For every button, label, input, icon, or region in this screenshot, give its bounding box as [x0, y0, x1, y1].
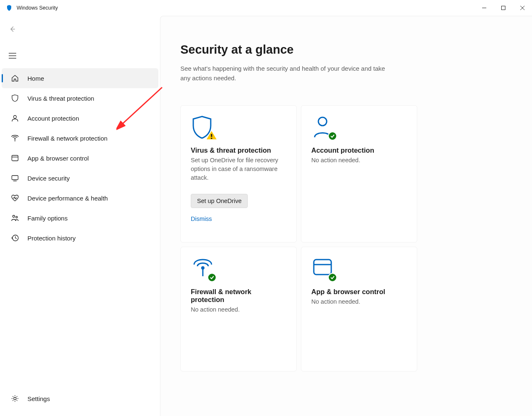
shield-icon — [11, 94, 19, 102]
sidebar-item-health[interactable]: Device performance & health — [2, 188, 158, 208]
device-icon — [11, 174, 19, 182]
shield-warning-icon — [191, 115, 215, 139]
card-virus-threat[interactable]: Virus & threat protection Set up OneDriv… — [180, 105, 297, 243]
sidebar-item-home[interactable]: Home — [2, 68, 158, 88]
browser-ok-icon — [311, 256, 335, 280]
sidebar-item-settings[interactable]: Settings — [2, 389, 158, 409]
sidebar: Home Virus & threat protection Account p… — [0, 16, 160, 416]
sidebar-item-label: Home — [27, 75, 44, 82]
card-body: Set up OneDrive for file recovery option… — [191, 156, 286, 182]
home-icon — [11, 74, 19, 82]
card-title: App & browser control — [311, 288, 407, 296]
sidebar-item-family[interactable]: Family options — [2, 208, 158, 228]
hamburger-menu-button[interactable] — [4, 47, 21, 64]
card-body: No action needed. — [311, 297, 407, 306]
app-shield-icon — [6, 5, 12, 11]
sidebar-item-history[interactable]: Protection history — [2, 228, 158, 248]
close-button[interactable] — [513, 0, 532, 15]
account-icon — [11, 114, 19, 122]
sidebar-item-label: App & browser control — [27, 155, 89, 162]
heartbeat-icon — [11, 194, 19, 202]
sidebar-item-apps[interactable]: App & browser control — [2, 148, 158, 168]
svg-rect-24 — [314, 260, 331, 275]
svg-point-18 — [14, 397, 16, 400]
sidebar-item-label: Account protection — [27, 115, 79, 122]
maximize-button[interactable] — [494, 0, 513, 15]
sidebar-item-virus[interactable]: Virus & threat protection — [2, 88, 158, 108]
card-title: Firewall & network protection — [191, 288, 286, 304]
sidebar-item-label: Protection history — [27, 235, 76, 242]
card-app-browser[interactable]: App & browser control No action needed. — [301, 247, 417, 371]
gear-icon — [11, 394, 19, 403]
sidebar-item-firewall[interactable]: Firewall & network protection — [2, 128, 158, 148]
card-firewall[interactable]: Firewall & network protection No action … — [180, 247, 297, 371]
family-icon — [11, 214, 19, 222]
account-ok-icon — [311, 115, 335, 139]
card-body: No action needed. — [311, 156, 407, 165]
card-body: No action needed. — [191, 305, 286, 314]
main-content: Security at a glance See what's happenin… — [160, 16, 532, 416]
sidebar-item-label: Virus & threat protection — [27, 95, 94, 102]
svg-point-8 — [14, 116, 17, 119]
window-controls — [475, 0, 532, 15]
browser-icon — [11, 154, 19, 162]
network-ok-icon — [191, 256, 215, 280]
card-account-protection[interactable]: Account protection No action needed. — [301, 105, 417, 243]
sidebar-item-label: Settings — [27, 395, 50, 402]
sidebar-item-label: Firewall & network protection — [27, 135, 108, 142]
sidebar-item-label: Device performance & health — [27, 195, 108, 202]
network-icon — [11, 134, 19, 142]
back-button[interactable] — [4, 21, 21, 37]
svg-point-16 — [16, 216, 17, 218]
svg-point-21 — [318, 117, 327, 126]
setup-onedrive-button[interactable]: Set up OneDrive — [191, 194, 248, 208]
svg-rect-13 — [12, 176, 18, 180]
sidebar-item-label: Family options — [27, 215, 68, 222]
svg-point-15 — [13, 215, 15, 218]
dismiss-link[interactable]: Dismiss — [191, 215, 286, 222]
history-icon — [11, 234, 19, 242]
page-title: Security at a glance — [180, 43, 532, 57]
svg-rect-11 — [12, 156, 18, 161]
page-subtitle: See what's happening with the security a… — [180, 64, 388, 83]
sidebar-item-device[interactable]: Device security — [2, 168, 158, 188]
titlebar: Windows Security — [0, 0, 532, 16]
sidebar-item-account[interactable]: Account protection — [2, 108, 158, 128]
sidebar-item-label: Device security — [27, 175, 70, 182]
svg-rect-20 — [211, 138, 212, 139]
card-title: Virus & threat protection — [191, 146, 286, 154]
window-title: Windows Security — [17, 5, 58, 11]
svg-rect-1 — [502, 6, 505, 10]
svg-rect-19 — [211, 134, 212, 137]
card-title: Account protection — [311, 146, 407, 154]
minimize-button[interactable] — [475, 0, 494, 15]
